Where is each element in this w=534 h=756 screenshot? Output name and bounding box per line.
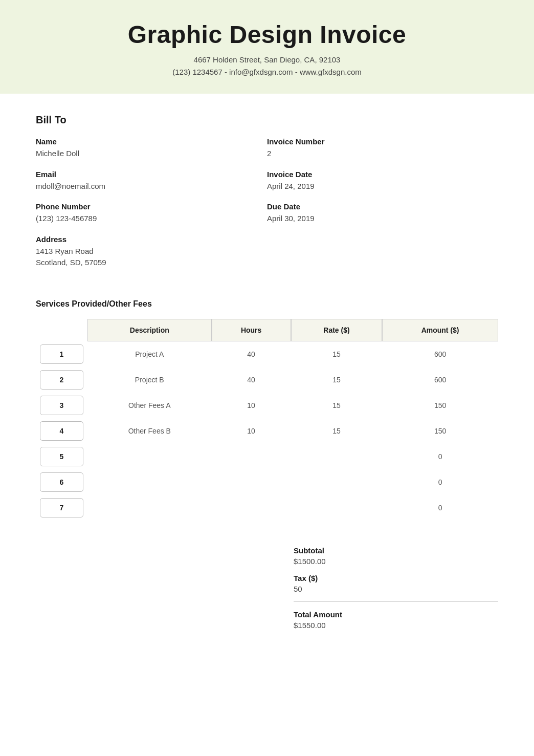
table-row: 70 <box>36 495 498 521</box>
address-line2: Scotland, SD, 57059 <box>36 257 267 269</box>
table-row: 60 <box>36 469 498 495</box>
due-date-value: April 30, 2019 <box>267 213 498 225</box>
row-rate <box>291 495 383 521</box>
address-line1: 4667 Holden Street, San Diego, CA, 92103 <box>10 54 524 66</box>
row-amount: 600 <box>382 341 498 367</box>
row-amount: 0 <box>382 495 498 521</box>
bill-to-heading: Bill To <box>36 114 498 126</box>
table-row: 2Project B4015600 <box>36 367 498 393</box>
services-table: Description Hours Rate ($) Amount ($) 1P… <box>36 319 498 521</box>
row-number-cell: 1 <box>36 341 87 367</box>
row-number-box: 5 <box>40 447 83 466</box>
row-number-cell: 4 <box>36 418 87 444</box>
tax-label: Tax ($) <box>294 574 498 582</box>
name-value: Michelle Doll <box>36 148 267 160</box>
invoice-number-label: Invoice Number <box>267 137 498 146</box>
totals-block: Subtotal $1500.00 Tax ($) 50 Total Amoun… <box>294 546 498 638</box>
col-rate-header: Rate ($) <box>291 319 383 341</box>
invoice-number-section: Invoice Number 2 <box>267 137 498 160</box>
company-address: 4667 Holden Street, San Diego, CA, 92103… <box>10 54 524 78</box>
row-rate <box>291 469 383 495</box>
row-description <box>87 495 212 521</box>
due-date-section: Due Date April 30, 2019 <box>267 202 498 225</box>
page-header: Graphic Design Invoice 4667 Holden Stree… <box>0 0 534 94</box>
invoice-date-section: Invoice Date April 24, 2019 <box>267 170 498 192</box>
row-hours: 10 <box>212 418 291 444</box>
row-number-box: 4 <box>40 421 83 441</box>
totals-section: Subtotal $1500.00 Tax ($) 50 Total Amoun… <box>36 546 498 638</box>
row-description <box>87 444 212 469</box>
table-row: 50 <box>36 444 498 469</box>
row-rate: 15 <box>291 418 383 444</box>
row-amount: 0 <box>382 469 498 495</box>
phone-label: Phone Number <box>36 202 267 211</box>
row-hours: 40 <box>212 341 291 367</box>
row-description: Project B <box>87 367 212 393</box>
address-line2: (123) 1234567 - info@gfxdsgn.com - www.g… <box>10 66 524 78</box>
table-row: 1Project A4015600 <box>36 341 498 367</box>
services-heading: Services Provided/Other Fees <box>36 299 498 309</box>
address-value: 1413 Ryan Road Scotland, SD, 57059 <box>36 246 267 269</box>
row-number-cell: 2 <box>36 367 87 393</box>
row-number-cell: 6 <box>36 469 87 495</box>
col-hours-header: Hours <box>212 319 291 341</box>
phone-value: (123) 123-456789 <box>36 213 267 225</box>
subtotal-row: Subtotal $1500.00 <box>294 546 498 566</box>
row-rate: 15 <box>291 367 383 393</box>
row-number-cell: 5 <box>36 444 87 469</box>
row-number-box: 1 <box>40 344 83 364</box>
row-hours: 10 <box>212 393 291 418</box>
row-amount: 600 <box>382 367 498 393</box>
address-label: Address <box>36 235 267 244</box>
address-line1: 1413 Ryan Road <box>36 246 267 257</box>
total-amount-label: Total Amount <box>294 610 498 619</box>
row-description: Other Fees B <box>87 418 212 444</box>
row-number-box: 7 <box>40 498 83 517</box>
table-row: 3Other Fees A1015150 <box>36 393 498 418</box>
row-description <box>87 469 212 495</box>
row-hours <box>212 469 291 495</box>
row-amount: 150 <box>382 418 498 444</box>
subtotal-value: $1500.00 <box>294 557 498 566</box>
row-amount: 0 <box>382 444 498 469</box>
email-label: Email <box>36 170 267 179</box>
row-number-box: 3 <box>40 396 83 415</box>
col-num-header <box>36 319 87 341</box>
tax-row: Tax ($) 50 <box>294 574 498 593</box>
row-rate: 15 <box>291 341 383 367</box>
table-body: 1Project A40156002Project B40156003Other… <box>36 341 498 521</box>
phone-section: Phone Number (123) 123-456789 <box>36 202 267 225</box>
invoice-title: Graphic Design Invoice <box>10 20 524 49</box>
row-amount: 150 <box>382 393 498 418</box>
billing-info-grid: Name Michelle Doll Email mdoll@noemail.c… <box>36 137 498 279</box>
subtotal-label: Subtotal <box>294 546 498 555</box>
due-date-label: Due Date <box>267 202 498 211</box>
total-amount-value: $1550.00 <box>294 621 498 630</box>
row-hours <box>212 444 291 469</box>
row-number-box: 6 <box>40 472 83 492</box>
name-section: Name Michelle Doll <box>36 137 267 160</box>
email-value: mdoll@noemail.com <box>36 181 267 192</box>
row-description: Project A <box>87 341 212 367</box>
row-rate <box>291 444 383 469</box>
name-label: Name <box>36 137 267 146</box>
col-amount-header: Amount ($) <box>382 319 498 341</box>
address-section: Address 1413 Ryan Road Scotland, SD, 570… <box>36 235 267 269</box>
row-number-cell: 7 <box>36 495 87 521</box>
invoice-number-value: 2 <box>267 148 498 160</box>
total-amount-row: Total Amount $1550.00 <box>294 610 498 630</box>
table-header: Description Hours Rate ($) Amount ($) <box>36 319 498 341</box>
email-section: Email mdoll@noemail.com <box>36 170 267 192</box>
row-hours <box>212 495 291 521</box>
page-content: Bill To Name Michelle Doll Email mdoll@n… <box>0 94 534 658</box>
row-number-cell: 3 <box>36 393 87 418</box>
tax-value: 50 <box>294 585 498 593</box>
row-description: Other Fees A <box>87 393 212 418</box>
billing-left-col: Name Michelle Doll Email mdoll@noemail.c… <box>36 137 267 279</box>
invoice-date-label: Invoice Date <box>267 170 498 179</box>
row-rate: 15 <box>291 393 383 418</box>
total-divider <box>294 601 498 602</box>
table-row: 4Other Fees B1015150 <box>36 418 498 444</box>
invoice-date-value: April 24, 2019 <box>267 181 498 192</box>
row-number-box: 2 <box>40 370 83 390</box>
